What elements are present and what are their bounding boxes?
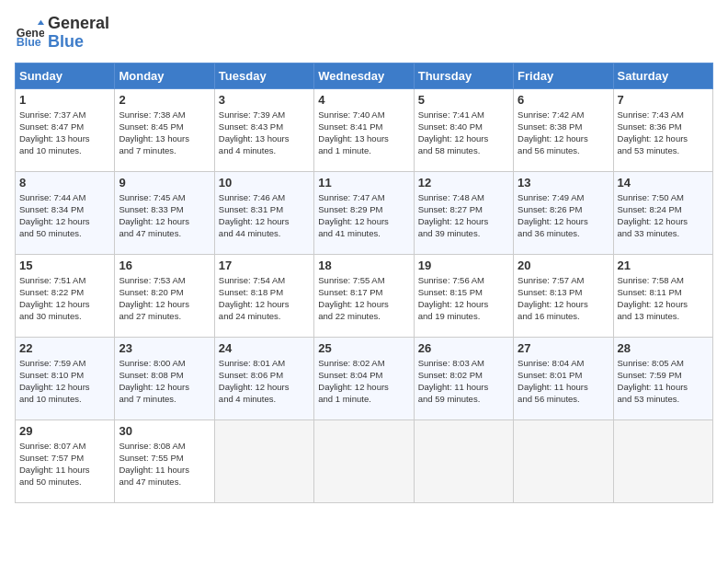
day-info: Sunrise: 7:51 AM Sunset: 8:22 PM Dayligh… xyxy=(19,274,110,323)
day-info: Sunrise: 8:07 AM Sunset: 7:57 PM Dayligh… xyxy=(19,440,110,488)
day-number: 16 xyxy=(119,259,210,272)
calendar-cell: 29Sunrise: 8:07 AM Sunset: 7:57 PM Dayli… xyxy=(16,419,115,502)
day-number: 4 xyxy=(318,93,409,107)
day-info: Sunrise: 7:37 AM Sunset: 8:47 PM Dayligh… xyxy=(19,109,110,157)
day-info: Sunrise: 7:42 AM Sunset: 8:38 PM Dayligh… xyxy=(518,109,609,157)
day-info: Sunrise: 7:59 AM Sunset: 8:10 PM Dayligh… xyxy=(19,357,110,406)
day-info: Sunrise: 8:03 AM Sunset: 8:02 PM Dayligh… xyxy=(418,357,509,406)
calendar-cell: 17Sunrise: 7:54 AM Sunset: 8:18 PM Dayli… xyxy=(214,254,313,337)
calendar-cell: 23Sunrise: 8:00 AM Sunset: 8:08 PM Dayli… xyxy=(115,337,214,419)
day-number: 7 xyxy=(618,93,709,107)
calendar-week-row: 22Sunrise: 7:59 AM Sunset: 8:10 PM Dayli… xyxy=(16,337,713,419)
calendar-cell: 4Sunrise: 7:40 AM Sunset: 8:41 PM Daylig… xyxy=(314,88,414,171)
calendar-cell: 16Sunrise: 7:53 AM Sunset: 8:20 PM Dayli… xyxy=(115,254,214,337)
calendar-table: SundayMondayTuesdayWednesdayThursdayFrid… xyxy=(15,63,713,503)
calendar-cell: 12Sunrise: 7:48 AM Sunset: 8:27 PM Dayli… xyxy=(414,171,513,254)
column-header-monday: Monday xyxy=(115,63,214,88)
day-info: Sunrise: 8:00 AM Sunset: 8:08 PM Dayligh… xyxy=(119,357,210,406)
day-info: Sunrise: 7:40 AM Sunset: 8:41 PM Dayligh… xyxy=(318,109,409,157)
day-info: Sunrise: 8:04 AM Sunset: 8:01 PM Dayligh… xyxy=(518,357,609,406)
day-info: Sunrise: 7:49 AM Sunset: 8:26 PM Dayligh… xyxy=(518,191,609,240)
calendar-cell: 30Sunrise: 8:08 AM Sunset: 7:55 PM Dayli… xyxy=(115,419,214,502)
day-number: 9 xyxy=(119,176,210,190)
day-number: 12 xyxy=(418,176,509,190)
day-number: 28 xyxy=(618,341,709,355)
day-number: 3 xyxy=(219,93,310,107)
day-info: Sunrise: 7:44 AM Sunset: 8:34 PM Dayligh… xyxy=(19,191,110,240)
day-info: Sunrise: 7:47 AM Sunset: 8:29 PM Dayligh… xyxy=(318,191,409,240)
calendar-cell: 18Sunrise: 7:55 AM Sunset: 8:17 PM Dayli… xyxy=(314,254,414,337)
calendar-cell: 10Sunrise: 7:46 AM Sunset: 8:31 PM Dayli… xyxy=(214,171,313,254)
day-number: 2 xyxy=(119,93,210,107)
day-info: Sunrise: 8:05 AM Sunset: 7:59 PM Dayligh… xyxy=(618,357,709,406)
day-info: Sunrise: 7:55 AM Sunset: 8:17 PM Dayligh… xyxy=(318,274,409,323)
day-number: 1 xyxy=(19,93,110,107)
calendar-cell: 15Sunrise: 7:51 AM Sunset: 8:22 PM Dayli… xyxy=(16,254,115,337)
day-info: Sunrise: 7:53 AM Sunset: 8:20 PM Dayligh… xyxy=(119,274,210,323)
column-header-saturday: Saturday xyxy=(613,63,712,88)
day-number: 25 xyxy=(318,341,409,355)
calendar-week-row: 29Sunrise: 8:07 AM Sunset: 7:57 PM Dayli… xyxy=(16,419,713,502)
day-number: 11 xyxy=(318,176,409,190)
calendar-header-row: SundayMondayTuesdayWednesdayThursdayFrid… xyxy=(16,63,713,88)
calendar-cell: 27Sunrise: 8:04 AM Sunset: 8:01 PM Dayli… xyxy=(514,337,613,419)
day-number: 29 xyxy=(19,424,110,438)
calendar-cell: 3Sunrise: 7:39 AM Sunset: 8:43 PM Daylig… xyxy=(214,88,313,171)
calendar-cell: 19Sunrise: 7:56 AM Sunset: 8:15 PM Dayli… xyxy=(414,254,513,337)
calendar-cell xyxy=(214,419,313,502)
page-header: General Blue General Blue xyxy=(15,15,713,52)
day-info: Sunrise: 7:43 AM Sunset: 8:36 PM Dayligh… xyxy=(618,109,709,157)
svg-text:Blue: Blue xyxy=(17,36,41,48)
calendar-cell: 6Sunrise: 7:42 AM Sunset: 8:38 PM Daylig… xyxy=(514,88,613,171)
calendar-week-row: 1Sunrise: 7:37 AM Sunset: 8:47 PM Daylig… xyxy=(16,88,713,171)
calendar-cell: 20Sunrise: 7:57 AM Sunset: 8:13 PM Dayli… xyxy=(514,254,613,337)
day-number: 6 xyxy=(518,93,609,107)
calendar-week-row: 8Sunrise: 7:44 AM Sunset: 8:34 PM Daylig… xyxy=(16,171,713,254)
day-info: Sunrise: 7:46 AM Sunset: 8:31 PM Dayligh… xyxy=(219,191,310,240)
day-number: 27 xyxy=(518,341,609,355)
day-info: Sunrise: 7:38 AM Sunset: 8:45 PM Dayligh… xyxy=(119,109,210,157)
calendar-cell: 9Sunrise: 7:45 AM Sunset: 8:33 PM Daylig… xyxy=(115,171,214,254)
calendar-cell xyxy=(414,419,513,502)
calendar-cell: 22Sunrise: 7:59 AM Sunset: 8:10 PM Dayli… xyxy=(16,337,115,419)
day-number: 18 xyxy=(318,259,409,272)
day-info: Sunrise: 7:39 AM Sunset: 8:43 PM Dayligh… xyxy=(219,109,310,157)
day-number: 15 xyxy=(19,259,110,272)
day-number: 13 xyxy=(518,176,609,190)
day-number: 5 xyxy=(418,93,509,107)
day-number: 10 xyxy=(219,176,310,190)
calendar-cell xyxy=(613,419,712,502)
calendar-cell: 25Sunrise: 8:02 AM Sunset: 8:04 PM Dayli… xyxy=(314,337,414,419)
day-info: Sunrise: 7:57 AM Sunset: 8:13 PM Dayligh… xyxy=(518,274,609,323)
day-number: 23 xyxy=(119,341,210,355)
calendar-cell: 8Sunrise: 7:44 AM Sunset: 8:34 PM Daylig… xyxy=(16,171,115,254)
day-number: 8 xyxy=(19,176,110,190)
day-number: 17 xyxy=(219,259,310,272)
day-info: Sunrise: 7:45 AM Sunset: 8:33 PM Dayligh… xyxy=(119,191,210,240)
calendar-cell: 7Sunrise: 7:43 AM Sunset: 8:36 PM Daylig… xyxy=(613,88,712,171)
day-info: Sunrise: 7:56 AM Sunset: 8:15 PM Dayligh… xyxy=(418,274,509,323)
day-number: 14 xyxy=(618,176,709,190)
day-info: Sunrise: 7:50 AM Sunset: 8:24 PM Dayligh… xyxy=(618,191,709,240)
day-info: Sunrise: 7:58 AM Sunset: 8:11 PM Dayligh… xyxy=(618,274,709,323)
day-info: Sunrise: 8:08 AM Sunset: 7:55 PM Dayligh… xyxy=(119,440,210,488)
day-info: Sunrise: 8:01 AM Sunset: 8:06 PM Dayligh… xyxy=(219,357,310,406)
column-header-sunday: Sunday xyxy=(16,63,115,88)
day-info: Sunrise: 7:48 AM Sunset: 8:27 PM Dayligh… xyxy=(418,191,509,240)
column-header-friday: Friday xyxy=(514,63,613,88)
day-number: 19 xyxy=(418,259,509,272)
calendar-cell: 24Sunrise: 8:01 AM Sunset: 8:06 PM Dayli… xyxy=(214,337,313,419)
calendar-cell: 28Sunrise: 8:05 AM Sunset: 7:59 PM Dayli… xyxy=(613,337,712,419)
day-number: 21 xyxy=(618,259,709,272)
day-number: 20 xyxy=(518,259,609,272)
day-number: 26 xyxy=(418,341,509,355)
calendar-week-row: 15Sunrise: 7:51 AM Sunset: 8:22 PM Dayli… xyxy=(16,254,713,337)
calendar-cell: 14Sunrise: 7:50 AM Sunset: 8:24 PM Dayli… xyxy=(613,171,712,254)
calendar-cell: 11Sunrise: 7:47 AM Sunset: 8:29 PM Dayli… xyxy=(314,171,414,254)
logo-wordmark: General Blue xyxy=(48,15,109,52)
column-header-thursday: Thursday xyxy=(414,63,513,88)
calendar-cell xyxy=(314,419,414,502)
day-info: Sunrise: 7:41 AM Sunset: 8:40 PM Dayligh… xyxy=(418,109,509,157)
column-header-wednesday: Wednesday xyxy=(314,63,414,88)
day-number: 24 xyxy=(219,341,310,355)
